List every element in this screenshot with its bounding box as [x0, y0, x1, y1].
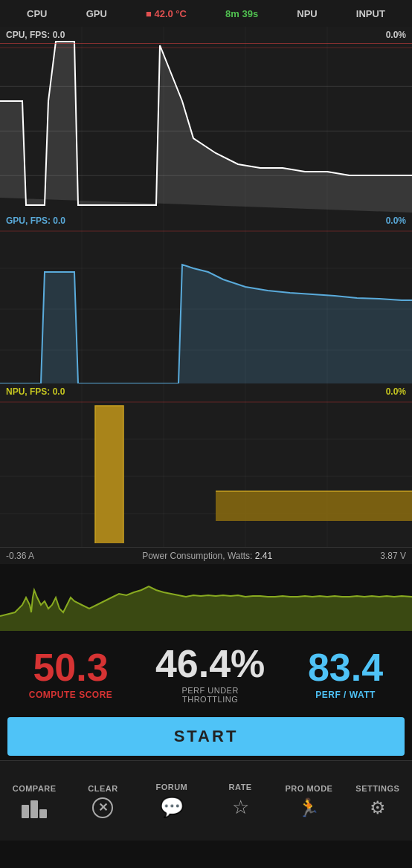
stats-ampere: -0.36 A	[6, 551, 34, 561]
cpu-fps-label: CPU, FPS: 0.0	[6, 30, 65, 40]
compute-score-label: COMPUTE SCORE	[29, 690, 113, 700]
perf-watt-block: 83.4 PERF / WATT	[308, 648, 383, 700]
score-area: 50.3 COMPUTE SCORE 46.4% PERF UNDERTHROT…	[0, 631, 412, 713]
forum-label: FORUM	[155, 783, 187, 791]
npu-chart-panel: NPU, FPS: 0.0 0.0%	[0, 383, 412, 547]
compare-icon	[22, 797, 47, 818]
cpu-chart-svg	[0, 27, 412, 213]
clear-label: CLEAR	[88, 784, 118, 793]
perf-watt-value: 83.4	[308, 648, 383, 687]
npu-fps-label: NPU, FPS: 0.0	[6, 386, 65, 397]
gpu-fps-label: GPU, FPS: 0.0	[6, 216, 65, 226]
nav-npu-label: NPU	[297, 8, 317, 19]
power-chart-svg	[0, 564, 412, 631]
nav-time-label: 8m 39s	[225, 8, 258, 19]
throttling-score-value: 46.4%	[155, 644, 265, 683]
stats-power-label: Power Consumption, Watts: 2.41	[142, 551, 272, 561]
rate-icon: ☆	[232, 796, 249, 819]
compare-nav-item[interactable]: COMPARE	[0, 761, 68, 841]
gpu-chart-panel: GPU, FPS: 0.0 0.0%	[0, 213, 412, 383]
nav-cpu-label: CPU	[27, 8, 47, 19]
compute-score-value: 50.3	[33, 648, 108, 687]
promode-nav-item[interactable]: PRO MODE 🏃	[274, 761, 343, 841]
start-button[interactable]: START	[7, 717, 405, 756]
settings-nav-item[interactable]: SETTINGS ⚙	[344, 761, 412, 841]
npu-pct-label: 0.0%	[386, 386, 406, 397]
bottom-nav: COMPARE CLEAR ✕ FORUM 💬 RATE ☆ PRO MODE …	[0, 760, 412, 841]
nav-gpu-label: GPU	[86, 8, 107, 19]
svg-rect-18	[0, 383, 412, 547]
start-button-label: START	[174, 727, 239, 746]
power-line-chart	[0, 564, 412, 631]
settings-label: SETTINGS	[355, 784, 399, 793]
settings-icon: ⚙	[370, 797, 386, 818]
stats-bar: -0.36 A Power Consumption, Watts: 2.41 3…	[0, 547, 412, 564]
rate-label: RATE	[229, 783, 252, 791]
stats-voltage: 3.87 V	[380, 551, 406, 561]
clear-icon: ✕	[92, 797, 113, 818]
gpu-chart-svg	[0, 213, 412, 383]
promode-label: PRO MODE	[286, 784, 333, 793]
rate-nav-item[interactable]: RATE ☆	[206, 761, 274, 841]
clear-nav-item[interactable]: CLEAR ✕	[68, 761, 137, 841]
npu-chart-svg	[0, 383, 412, 547]
forum-icon: 💬	[160, 796, 184, 819]
forum-nav-item[interactable]: FORUM 💬	[138, 761, 206, 841]
compute-score-block: 50.3 COMPUTE SCORE	[29, 648, 113, 700]
compare-label: COMPARE	[13, 784, 57, 793]
promode-icon: 🏃	[297, 797, 320, 818]
cpu-pct-label: 0.0%	[386, 30, 406, 40]
nav-input-label: INPUT	[356, 8, 385, 19]
perf-watt-label: PERF / WATT	[315, 690, 376, 700]
cpu-chart-panel: CPU, FPS: 0.0 0.0%	[0, 27, 412, 213]
nav-temp-label: ■ 42.0 °C	[146, 8, 187, 19]
svg-rect-27	[95, 406, 123, 543]
throttling-score-block: 46.4% PERF UNDERTHROTTLING	[155, 644, 265, 704]
gpu-pct-label: 0.0%	[386, 216, 406, 226]
throttling-score-label: PERF UNDERTHROTTLING	[181, 686, 239, 704]
top-nav: CPU GPU ■ 42.0 °C 8m 39s NPU INPUT	[0, 0, 412, 27]
